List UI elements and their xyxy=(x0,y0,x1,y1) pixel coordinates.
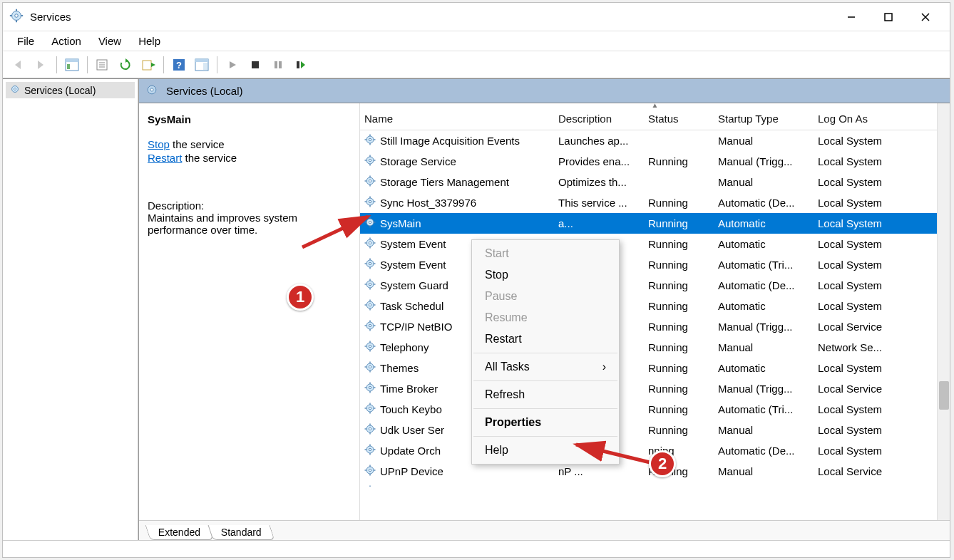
column-name[interactable]: Name xyxy=(360,108,554,130)
tree-pane: Services (Local) xyxy=(3,79,138,540)
service-row[interactable]: TCP/IP NetBIOup...RunningManual (Trigg..… xyxy=(360,316,950,337)
gear-icon xyxy=(363,339,377,356)
service-name: System Event xyxy=(380,259,446,271)
service-row[interactable]: System Guardan...RunningAutomatic (De...… xyxy=(360,275,950,296)
detail-pane: SysMain Stop the service Restart the ser… xyxy=(139,103,360,520)
stop-service-button[interactable] xyxy=(245,55,265,75)
service-row[interactable]: System Eventsy...RunningAutomaticLocal S… xyxy=(360,234,950,254)
restart-service-link[interactable]: Restart xyxy=(148,152,182,164)
ctx-pause: Pause xyxy=(472,286,619,307)
menubar: File Action View Help xyxy=(3,31,950,51)
tree-item-label: Services (Local) xyxy=(24,85,96,96)
service-row[interactable]: User Data Access_3379976Provides ap...Ru… xyxy=(360,482,950,487)
svg-marker-32 xyxy=(301,61,305,68)
service-status: Running xyxy=(644,462,714,480)
service-status xyxy=(644,180,714,185)
export-list-button[interactable] xyxy=(138,55,158,75)
service-row[interactable]: Still Image Acquisition EventsLaunches a… xyxy=(360,130,950,151)
scrollbar-thumb[interactable] xyxy=(939,381,949,410)
service-name: Udk User Ser xyxy=(380,424,444,436)
gear-icon xyxy=(9,83,21,98)
back-button[interactable] xyxy=(9,55,29,75)
column-log-on-as[interactable]: Log On As xyxy=(814,108,913,130)
service-row[interactable]: Udk User Seroo...RunningManualLocal Syst… xyxy=(360,420,950,440)
service-row[interactable]: Time Brokeres ...RunningManual (Trigg...… xyxy=(360,378,950,399)
vertical-scrollbar[interactable] xyxy=(937,103,950,520)
svg-point-98 xyxy=(369,345,371,347)
service-row[interactable]: SysMaina...RunningAutomaticLocal System xyxy=(360,213,950,234)
service-name: System Event xyxy=(380,238,446,250)
service-status: Running xyxy=(644,194,714,212)
service-logon-as: Network Se... xyxy=(814,338,913,356)
list-body[interactable]: Still Image Acquisition EventsLaunches a… xyxy=(360,130,950,487)
service-row[interactable]: Storage Tiers ManagementOptimizes th...M… xyxy=(360,172,950,192)
svg-rect-7 xyxy=(885,14,892,21)
show-hide-action-pane-button[interactable] xyxy=(192,55,212,75)
ctx-stop[interactable]: Stop xyxy=(472,264,619,286)
service-row[interactable]: Telephonyel...RunningManualNetwork Se... xyxy=(360,337,950,358)
menu-help[interactable]: Help xyxy=(130,33,169,49)
service-startup-type: Automatic xyxy=(714,235,814,253)
maximize-button[interactable] xyxy=(870,4,907,30)
start-service-button[interactable] xyxy=(222,55,242,75)
svg-point-122 xyxy=(369,427,371,430)
forward-button[interactable] xyxy=(31,55,51,75)
window-controls xyxy=(833,4,944,30)
service-logon-as: Local System xyxy=(814,442,913,460)
service-row[interactable]: Task Schedulus...RunningAutomaticLocal S… xyxy=(360,296,950,316)
column-startup-type[interactable]: Startup Type xyxy=(714,108,814,130)
tab-extended[interactable]: Extended xyxy=(145,525,214,540)
gear-icon xyxy=(363,463,377,479)
restart-service-button[interactable] xyxy=(291,55,311,75)
service-row[interactable]: Storage ServiceProvides ena...RunningMan… xyxy=(360,151,950,172)
ctx-help[interactable]: Help xyxy=(472,440,619,461)
gear-icon xyxy=(363,442,377,459)
service-row[interactable]: Sync Host_3379976This service ...Running… xyxy=(360,192,950,213)
gear-icon xyxy=(363,318,377,335)
restart-link-tail: the service xyxy=(182,152,237,164)
menu-file[interactable]: File xyxy=(9,33,43,49)
pause-service-button[interactable] xyxy=(268,55,288,75)
svg-marker-10 xyxy=(15,61,21,69)
service-name: Time Broker xyxy=(380,383,438,395)
gear-icon xyxy=(363,360,377,376)
list-column-headers: Name Description Status Startup Type Log… xyxy=(360,108,950,130)
gear-icon xyxy=(363,195,377,211)
stop-service-link[interactable]: Stop xyxy=(148,138,170,150)
svg-marker-21 xyxy=(151,63,155,67)
tab-standard[interactable]: Standard xyxy=(208,525,275,540)
column-description[interactable]: Description xyxy=(554,108,644,130)
service-name: Themes xyxy=(380,362,419,374)
service-row[interactable]: Touch Keybo...RunningAutomatic (Tri...Lo… xyxy=(360,399,950,420)
properties-toolbar-button[interactable] xyxy=(93,55,113,75)
show-hide-tree-button[interactable] xyxy=(62,55,82,75)
menu-action[interactable]: Action xyxy=(43,33,90,49)
service-row[interactable]: Update OrchWi...nningAutomatic (De...Loc… xyxy=(360,440,950,461)
minimize-button[interactable] xyxy=(833,4,870,30)
ctx-all-tasks[interactable]: All Tasks› xyxy=(472,356,619,378)
service-status: Running xyxy=(644,276,714,294)
service-startup-type: Automatic xyxy=(714,359,814,377)
service-status: Running xyxy=(644,214,714,232)
menu-view[interactable]: View xyxy=(90,33,130,49)
tree-services-local[interactable]: Services (Local) xyxy=(6,82,135,98)
column-status[interactable]: Status xyxy=(644,108,714,130)
service-row[interactable]: System Eventes ...RunningAutomatic (Tri.… xyxy=(360,254,950,275)
service-logon-as: Local Service xyxy=(814,462,913,480)
ctx-refresh[interactable]: Refresh xyxy=(472,384,619,405)
refresh-toolbar-button[interactable] xyxy=(116,55,135,75)
close-button[interactable] xyxy=(907,4,944,30)
gear-icon xyxy=(363,484,377,487)
gear-icon xyxy=(363,236,377,252)
help-toolbar-button[interactable]: ? xyxy=(169,55,189,75)
gear-icon xyxy=(363,215,377,232)
service-name: Touch Keybo xyxy=(380,403,442,415)
service-startup-type: Automatic xyxy=(714,214,814,232)
ctx-restart[interactable]: Restart xyxy=(472,328,619,350)
ctx-properties[interactable]: Properties xyxy=(472,412,619,433)
service-row[interactable]: UPnP DevicenP ...RunningManualLocal Serv… xyxy=(360,461,950,482)
statusbar xyxy=(3,540,950,557)
svg-point-56 xyxy=(369,200,371,202)
gear-icon xyxy=(363,153,377,170)
service-row[interactable]: Themesse...RunningAutomaticLocal System xyxy=(360,358,950,378)
